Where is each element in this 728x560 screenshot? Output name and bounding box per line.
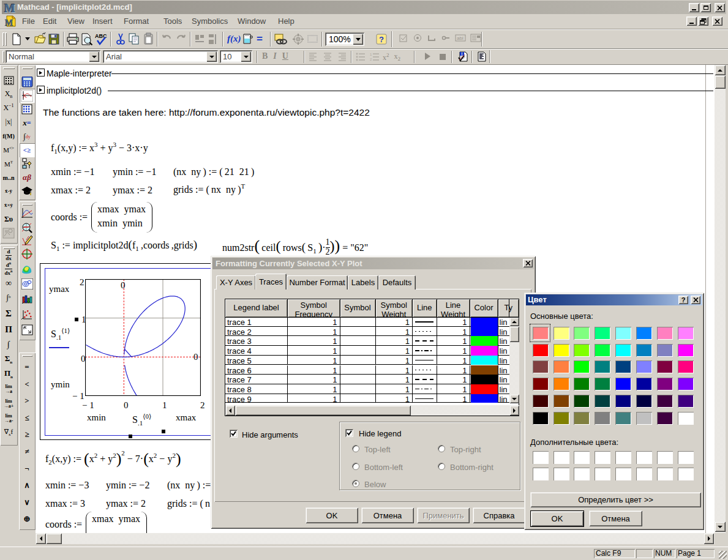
svg-text:1: 1: [370, 53, 372, 56]
svg-text:?: ?: [379, 35, 384, 44]
svg-text:M: M: [5, 18, 13, 28]
svg-text:2: 2: [370, 58, 372, 61]
svg-text:abl: abl: [457, 35, 463, 41]
